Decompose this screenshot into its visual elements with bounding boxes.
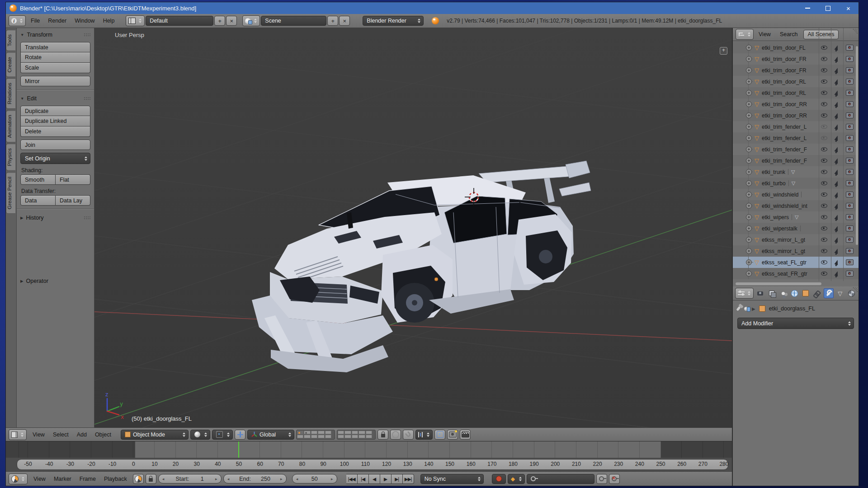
object-name[interactable]: etki_trim_door_RR (762, 113, 807, 119)
frame-end-field[interactable]: ◂ End: 250 ▸ (223, 474, 287, 483)
layout-selector[interactable]: Default (146, 16, 213, 26)
tab-scene[interactable] (778, 288, 788, 298)
keying-set-select[interactable]: ◆ (508, 474, 525, 484)
selectability-cursor-icon[interactable] (834, 259, 839, 265)
scale-button[interactable]: Scale (20, 63, 90, 73)
outliner-row[interactable]: ▽ etki_trim_door_RL ▽ (733, 76, 859, 87)
increment-arrow-icon[interactable]: ▸ (280, 477, 283, 481)
region-expand-plus-icon[interactable]: + (720, 47, 727, 55)
outliner-row[interactable]: ▽ etki_windshield_int ▽ (733, 200, 859, 211)
expand-plus-icon[interactable] (746, 67, 752, 73)
panel-grip-icon[interactable] (84, 33, 90, 37)
renderability-camera-icon[interactable] (846, 67, 854, 73)
translate-button[interactable]: Translate (20, 42, 90, 52)
playback-range-button[interactable] (133, 474, 144, 484)
outliner-horizontal-scrollbar[interactable] (736, 282, 821, 285)
lock-range-button[interactable] (146, 474, 156, 484)
expand-plus-icon[interactable] (746, 180, 752, 186)
visibility-eye-icon[interactable] (821, 170, 827, 174)
visibility-eye-icon[interactable] (821, 136, 827, 140)
object-name[interactable]: etkss_mirror_L_gt (762, 248, 805, 254)
expand-plus-icon[interactable] (746, 203, 752, 209)
layer-cell[interactable] (304, 435, 310, 438)
panel-header-transform[interactable]: ▼ Transform (20, 30, 90, 40)
outliner-display-filter[interactable]: All Scenes (803, 30, 838, 39)
timeline-scrollbar[interactable]: -50-40-30-20-100102030405060708090100110… (17, 459, 728, 470)
selectability-cursor-icon[interactable] (834, 90, 839, 96)
outliner-row[interactable]: ▽ etki_wiperstalk ▽ (733, 223, 859, 234)
selectability-cursor-icon[interactable] (834, 180, 839, 186)
layer-cell[interactable] (297, 435, 303, 438)
panel-header-operator[interactable]: ▶ Operator (20, 276, 90, 286)
maximize-button[interactable] (818, 2, 838, 14)
layer-cell[interactable] (359, 431, 365, 434)
snap-toggle[interactable] (403, 430, 414, 440)
selectability-cursor-icon[interactable] (834, 271, 839, 277)
expand-plus-icon[interactable] (746, 214, 752, 220)
outliner-view-menu[interactable]: View (755, 31, 775, 38)
layer-cell[interactable] (359, 435, 365, 438)
visibility-eye-icon[interactable] (821, 238, 827, 242)
renderability-camera-icon[interactable] (846, 192, 854, 197)
visibility-eye-icon[interactable] (821, 181, 827, 185)
renderability-camera-icon[interactable] (846, 203, 854, 209)
layout-selector-icon-button[interactable] (126, 15, 145, 26)
visibility-eye-icon[interactable] (821, 91, 827, 95)
menu-item[interactable]: Marker (50, 476, 75, 482)
add-modifier-dropdown[interactable]: Add Modifier (737, 318, 854, 329)
tab-render-layers[interactable] (767, 288, 776, 298)
mirror-button[interactable]: Mirror (20, 76, 90, 86)
panel-grip-icon[interactable] (84, 97, 90, 100)
outliner-row[interactable]: ▽ etki_windshield ▽ (733, 189, 859, 200)
add-scene-button[interactable]: + (327, 16, 338, 26)
expand-plus-icon[interactable] (746, 237, 752, 243)
renderability-camera-icon[interactable] (846, 214, 854, 220)
tool-shelf-tab[interactable]: Create (6, 52, 15, 77)
menu-item[interactable]: Select (49, 432, 73, 438)
selectability-cursor-icon[interactable] (834, 248, 839, 254)
layer-cell[interactable] (338, 435, 344, 438)
object-name[interactable]: etkss_seat_FL_gtr (762, 259, 807, 266)
expand-plus-icon[interactable] (746, 45, 752, 51)
object-name[interactable]: etkss_seat_FR_gtr (762, 271, 807, 277)
outliner-search-menu[interactable]: Search (776, 31, 802, 38)
expand-plus-icon[interactable] (746, 135, 752, 141)
close-button[interactable]: × (838, 2, 859, 14)
selectability-cursor-icon[interactable] (834, 67, 839, 73)
decrement-arrow-icon[interactable]: ◂ (162, 477, 165, 481)
delete-layout-button[interactable]: × (226, 16, 237, 26)
orientation-select[interactable]: Global (247, 430, 294, 440)
object-name[interactable]: etki_trim_door_RL (762, 79, 806, 85)
renderability-camera-icon[interactable] (846, 237, 854, 243)
expand-plus-icon[interactable] (746, 90, 752, 96)
menu-item[interactable]: Object (91, 432, 115, 438)
outliner-row[interactable]: ▽ etki_trunk ▽ (733, 166, 859, 178)
layer-cell[interactable] (311, 435, 317, 438)
visibility-eye-icon[interactable] (821, 249, 827, 253)
outliner-row[interactable]: ▽ etki_trim_door_RR ▽ (733, 99, 859, 110)
selectability-cursor-icon[interactable] (834, 225, 839, 231)
renderability-camera-icon[interactable] (846, 259, 854, 265)
visibility-eye-icon[interactable] (821, 113, 827, 117)
expand-plus-icon[interactable] (746, 248, 752, 254)
selectability-cursor-icon[interactable] (834, 214, 839, 220)
expand-plus-icon[interactable] (746, 124, 752, 130)
shade-smooth-button[interactable]: Smooth (20, 174, 56, 185)
renderability-camera-icon[interactable] (846, 146, 854, 152)
visibility-eye-icon[interactable] (821, 125, 827, 129)
object-name[interactable]: etki_turbo (762, 180, 786, 187)
pin-icon[interactable] (736, 306, 741, 311)
visibility-eye-icon[interactable] (821, 159, 827, 163)
playback-button[interactable]: |◀◀ (346, 474, 358, 484)
editor-type-info-button[interactable]: i (9, 15, 26, 26)
editor-type-3dview-button[interactable] (9, 429, 27, 440)
delete-keyframe-button[interactable]: × (609, 474, 620, 484)
manipulator-toggle[interactable] (235, 430, 245, 440)
expand-plus-icon[interactable] (746, 79, 752, 84)
titlebar[interactable]: Blender* [C:\Users\mario\Desktop\GTR\Etk… (6, 2, 859, 14)
auto-keyframe-toggle[interactable] (492, 474, 506, 484)
renderability-camera-icon[interactable] (846, 158, 854, 164)
visibility-eye-icon[interactable] (821, 260, 827, 264)
object-name[interactable]: etki_trim_fender_F (762, 146, 807, 153)
editor-type-timeline-button[interactable] (9, 474, 28, 484)
